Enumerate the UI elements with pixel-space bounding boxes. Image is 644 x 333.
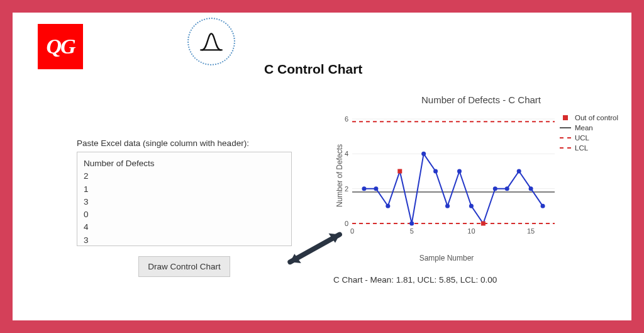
- chart-legend: Out of control Mean UCL LCL: [560, 114, 618, 154]
- data-textarea[interactable]: [77, 152, 292, 246]
- square-icon: [563, 115, 568, 120]
- svg-point-18: [362, 186, 366, 191]
- svg-point-23: [421, 152, 426, 156]
- distribution-icon: [187, 18, 235, 65]
- data-field-label: Paste Excel data (single column with hea…: [77, 138, 292, 148]
- control-chart-plot: Number of Defects 0246051015: [333, 113, 560, 239]
- svg-point-33: [541, 204, 545, 208]
- svg-point-30: [505, 186, 509, 191]
- chart-title: Number of Defects - C Chart: [333, 94, 629, 105]
- svg-point-31: [517, 169, 521, 174]
- legend-label: LCL: [575, 144, 588, 152]
- legend-ucl: UCL: [560, 134, 618, 142]
- svg-point-29: [493, 186, 497, 191]
- svg-point-22: [409, 222, 414, 226]
- chart-y-axis-label: Number of Defects: [335, 144, 344, 207]
- svg-point-20: [386, 204, 390, 208]
- svg-text:6: 6: [345, 115, 348, 123]
- svg-text:4: 4: [345, 150, 348, 157]
- svg-point-27: [469, 204, 474, 208]
- dashed-line-icon: [560, 147, 571, 149]
- app-frame: QG C Control Chart Paste Excel data (sin…: [13, 13, 631, 320]
- svg-text:5: 5: [410, 227, 414, 235]
- page-title: C Control Chart: [264, 62, 362, 77]
- chart-x-axis-label: Sample Number: [333, 254, 560, 262]
- dashed-line-icon: [560, 137, 571, 138]
- svg-point-32: [529, 186, 533, 191]
- svg-rect-28: [481, 222, 486, 226]
- legend-label: Out of control: [575, 114, 618, 121]
- legend-label: UCL: [575, 134, 589, 142]
- svg-text:10: 10: [467, 227, 475, 235]
- svg-text:0: 0: [345, 220, 348, 227]
- line-icon: [560, 127, 571, 128]
- draw-control-chart-button[interactable]: Draw Control Chart: [138, 256, 230, 277]
- logo-text: QG: [46, 35, 74, 59]
- svg-text:0: 0: [350, 227, 354, 235]
- svg-point-19: [374, 186, 378, 191]
- qg-logo: QG: [38, 24, 83, 69]
- svg-line-0: [290, 235, 340, 262]
- svg-point-24: [433, 169, 438, 174]
- legend-mean: Mean: [560, 124, 618, 132]
- chart-panel: Number of Defects - C Chart Number of De…: [333, 94, 629, 285]
- legend-lcl: LCL: [560, 144, 618, 152]
- legend-out-of-control: Out of control: [560, 114, 618, 121]
- svg-text:15: 15: [527, 227, 535, 235]
- legend-label: Mean: [575, 124, 593, 132]
- svg-point-25: [445, 204, 450, 208]
- input-panel: Paste Excel data (single column with hea…: [77, 138, 292, 277]
- svg-text:2: 2: [345, 185, 348, 193]
- svg-rect-21: [397, 169, 402, 174]
- svg-point-26: [457, 169, 462, 174]
- chart-stats-caption: C Chart - Mean: 1.81, UCL: 5.85, LCL: 0.…: [333, 275, 629, 285]
